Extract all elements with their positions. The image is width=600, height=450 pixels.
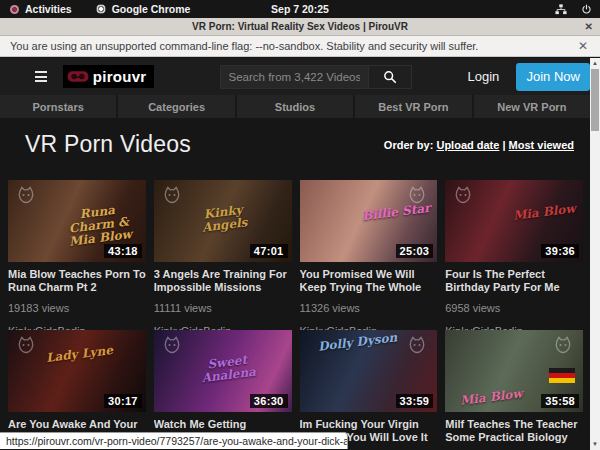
duration-badge: 25:03	[396, 244, 434, 258]
duration-badge: 30:17	[104, 394, 142, 408]
order-by-upload-date[interactable]: Upload date	[436, 139, 499, 151]
join-now-button[interactable]: Join Now	[516, 63, 590, 91]
thumbnail-overlay-title: Mia Blow	[513, 202, 577, 223]
search-icon	[383, 70, 397, 84]
video-thumbnail[interactable]: Mia Blow 35:58	[445, 330, 583, 412]
video-title[interactable]: Mia Blow Teaches Porn To Runa Charm Pt 2	[8, 268, 146, 295]
browser-scrollbar[interactable]	[590, 58, 600, 450]
video-thumbnail[interactable]: Kinky Angels 47:01	[154, 180, 292, 262]
nav-item-pornstars[interactable]: Pornstars	[0, 95, 116, 118]
video-grid: Runa Charm & Mia Blow 43:18 Mia Blow Tea…	[0, 170, 590, 450]
video-title[interactable]: You Promised We Will Keep Trying The Who…	[300, 268, 438, 295]
power-icon[interactable]	[581, 4, 592, 15]
studio-cat-watermark-icon	[407, 335, 427, 355]
duration-badge: 43:18	[104, 244, 142, 258]
video-thumbnail[interactable]: Runa Charm & Mia Blow 43:18	[8, 180, 146, 262]
infobar-message: You are using an unsupported command-lin…	[10, 40, 478, 52]
thumbnail-overlay-title: Sweet Analena	[186, 351, 269, 387]
scroll-up-icon[interactable]	[590, 58, 600, 68]
video-title[interactable]: Milf Teaches The Teacher Some Practical …	[445, 418, 583, 445]
nav-item-new-vr[interactable]: New VR Porn	[474, 95, 590, 118]
thumbnail-overlay-title: Lady Lyne	[45, 344, 113, 365]
search-input[interactable]	[220, 65, 368, 89]
video-views: 6958 views	[445, 302, 583, 314]
status-url-tooltip: https://pirouvr.com/vr-porn-video/779325…	[0, 432, 348, 449]
order-by: Order by: Upload date | Most viewed	[384, 139, 574, 151]
thumbnail-overlay-title: Mia Blow	[460, 387, 524, 408]
german-flag-icon	[549, 368, 575, 383]
nav-item-categories[interactable]: Categories	[118, 95, 234, 118]
chrome-icon	[96, 4, 106, 14]
video-card[interactable]: Mia Blow 39:36 Four Is The Perfect Birth…	[445, 180, 583, 330]
site-logo[interactable]: pirouvr	[63, 65, 154, 88]
nav-item-studios[interactable]: Studios	[237, 95, 353, 118]
video-thumbnail[interactable]: Mia Blow 39:36	[445, 180, 583, 262]
video-card[interactable]: Kinky Angels 47:01 3 Angels Are Training…	[154, 180, 292, 330]
duration-badge: 39:36	[541, 244, 579, 258]
thumbnail-overlay-title: Runa Charm & Mia Blow	[57, 201, 141, 249]
active-app-menu[interactable]: Google Chrome	[112, 3, 191, 15]
hamburger-menu-icon[interactable]	[35, 71, 47, 82]
duration-badge: 33:59	[396, 394, 434, 408]
browser-title-bar[interactable]: VR Porn: Virtual Reality Sex Videos | Pi…	[0, 18, 600, 36]
video-thumbnail[interactable]: Lady Lyne 30:17	[8, 330, 146, 412]
vr-goggles-icon	[67, 70, 89, 83]
unsupported-flag-infobar: You are using an unsupported command-lin…	[0, 36, 600, 57]
video-title[interactable]: 3 Angels Are Training For Impossible Mis…	[154, 268, 292, 295]
thumbnail-overlay-title: Billie Star	[361, 202, 431, 223]
login-link[interactable]: Login	[468, 69, 500, 84]
video-thumbnail[interactable]: Billie Star 25:03	[300, 180, 438, 262]
order-by-most-viewed[interactable]: Most viewed	[509, 139, 574, 151]
window-title: VR Porn: Virtual Reality Sex Videos | Pi…	[192, 21, 408, 32]
system-top-bar: Activities Google Chrome Sep 7 20:25	[0, 0, 600, 18]
scrollbar-thumb[interactable]	[591, 69, 599, 131]
search-button[interactable]	[368, 65, 412, 89]
studio-cat-watermark-icon	[162, 335, 182, 355]
close-icon[interactable]: ✕	[585, 21, 593, 32]
video-title[interactable]: Four Is The Perfect Birthday Party For M…	[445, 268, 583, 295]
studio-cat-watermark-icon	[16, 185, 36, 205]
page-title: VR Porn Videos	[25, 131, 191, 158]
duration-badge: 35:58	[541, 394, 579, 408]
order-by-label: Order by:	[384, 139, 434, 151]
video-thumbnail[interactable]: Sweet Analena 36:30	[154, 330, 292, 412]
video-thumbnail[interactable]: Dolly Dyson 33:59	[300, 330, 438, 412]
studio-cat-watermark-icon	[453, 185, 473, 205]
studio-cat-watermark-icon	[16, 335, 36, 355]
site-header: pirouvr Login Join Now	[0, 58, 590, 95]
studio-cat-watermark-icon	[162, 185, 182, 205]
main-nav: Pornstars Categories Studios Best VR Por…	[0, 95, 590, 118]
order-by-separator: |	[499, 139, 508, 151]
duration-badge: 36:30	[250, 394, 288, 408]
network-tree-icon[interactable]	[555, 4, 567, 15]
video-views: 11326 views	[300, 302, 438, 314]
page-viewport: pirouvr Login Join Now Pornstars Categor…	[0, 58, 590, 450]
system-clock[interactable]: Sep 7 20:25	[271, 3, 329, 15]
video-card[interactable]: Mia Blow 35:58 Milf Teaches The Teacher …	[445, 330, 583, 450]
thumbnail-overlay-title: Dolly Dyson	[317, 331, 398, 354]
activities-button[interactable]: Activities	[25, 3, 72, 15]
nav-item-best-vr[interactable]: Best VR Porn	[355, 95, 471, 118]
studio-cat-watermark-icon	[553, 335, 573, 355]
page-head: VR Porn Videos Order by: Upload date | M…	[0, 118, 590, 170]
search-bar	[220, 65, 412, 89]
video-views: 19183 views	[8, 302, 146, 314]
duration-badge: 47:01	[250, 244, 288, 258]
logo-text: pirouvr	[93, 68, 147, 85]
infobar-close-icon[interactable]: ✕	[578, 39, 588, 53]
activities-indicator-icon	[10, 5, 19, 14]
video-card[interactable]: Billie Star 25:03 You Promised We Will K…	[300, 180, 438, 330]
video-views: 11111 views	[154, 302, 292, 314]
thumbnail-overlay-title: Kinky Angels	[182, 201, 265, 237]
video-card[interactable]: Runa Charm & Mia Blow 43:18 Mia Blow Tea…	[8, 180, 146, 330]
